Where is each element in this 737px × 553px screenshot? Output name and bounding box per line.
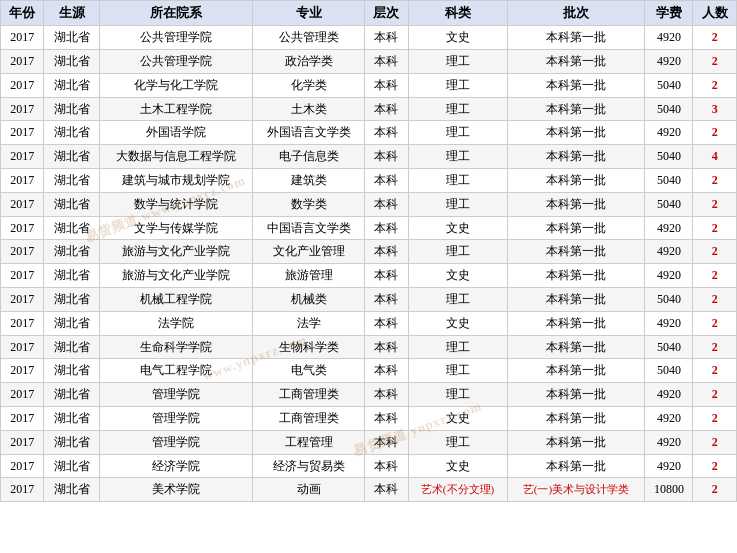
cell-year: 2017: [1, 383, 44, 407]
cell-count: 2: [693, 383, 737, 407]
cell-year: 2017: [1, 454, 44, 478]
table-row: 2017 湖北省 数学与统计学院 数学类 本科 理工 本科第一批 5040 2: [1, 192, 737, 216]
cell-year: 2017: [1, 192, 44, 216]
cell-level: 本科: [365, 287, 408, 311]
cell-major: 电子信息类: [253, 145, 365, 169]
cell-type: 理工: [408, 430, 507, 454]
cell-major: 动画: [253, 478, 365, 502]
cell-year: 2017: [1, 145, 44, 169]
cell-major: 工程管理: [253, 430, 365, 454]
cell-batch: 本科第一批: [507, 264, 645, 288]
cell-batch: 本科第一批: [507, 97, 645, 121]
cell-dept: 大数据与信息工程学院: [99, 145, 253, 169]
cell-source: 湖北省: [44, 73, 99, 97]
cell-fee: 4920: [645, 121, 693, 145]
cell-major: 数学类: [253, 192, 365, 216]
cell-year: 2017: [1, 49, 44, 73]
cell-dept: 法学院: [99, 311, 253, 335]
cell-fee: 5040: [645, 168, 693, 192]
cell-type: 文史: [408, 406, 507, 430]
col-source: 生源: [44, 1, 99, 26]
cell-major: 工商管理类: [253, 383, 365, 407]
cell-fee: 4920: [645, 26, 693, 50]
cell-fee: 5040: [645, 287, 693, 311]
main-container: 易货频道 www.ynpxrz.com www.ynpxrz.com 易货频道 …: [0, 0, 737, 502]
cell-count: 2: [693, 192, 737, 216]
cell-major: 中国语言文学类: [253, 216, 365, 240]
cell-batch: 本科第一批: [507, 454, 645, 478]
cell-batch: 本科第一批: [507, 335, 645, 359]
cell-level: 本科: [365, 311, 408, 335]
cell-type: 文史: [408, 311, 507, 335]
cell-year: 2017: [1, 287, 44, 311]
col-fee: 学费: [645, 1, 693, 26]
cell-dept: 数学与统计学院: [99, 192, 253, 216]
cell-type: 理工: [408, 168, 507, 192]
cell-year: 2017: [1, 264, 44, 288]
table-row: 2017 湖北省 化学与化工学院 化学类 本科 理工 本科第一批 5040 2: [1, 73, 737, 97]
cell-count: 4: [693, 145, 737, 169]
cell-year: 2017: [1, 73, 44, 97]
table-row: 2017 湖北省 管理学院 工程管理 本科 理工 本科第一批 4920 2: [1, 430, 737, 454]
cell-source: 湖北省: [44, 430, 99, 454]
cell-source: 湖北省: [44, 406, 99, 430]
table-row: 2017 湖北省 公共管理学院 政治学类 本科 理工 本科第一批 4920 2: [1, 49, 737, 73]
cell-source: 湖北省: [44, 97, 99, 121]
cell-batch: 本科第一批: [507, 240, 645, 264]
cell-source: 湖北省: [44, 359, 99, 383]
cell-type: 文史: [408, 264, 507, 288]
table-row: 2017 湖北省 美术学院 动画 本科 艺术(不分文理) 艺(一)美术与设计学类…: [1, 478, 737, 502]
table-row: 2017 湖北省 公共管理学院 公共管理类 本科 文史 本科第一批 4920 2: [1, 26, 737, 50]
cell-level: 本科: [365, 145, 408, 169]
cell-level: 本科: [365, 192, 408, 216]
col-batch: 批次: [507, 1, 645, 26]
cell-count: 2: [693, 406, 737, 430]
cell-count: 2: [693, 26, 737, 50]
cell-level: 本科: [365, 478, 408, 502]
cell-batch: 本科第一批: [507, 145, 645, 169]
cell-fee: 5040: [645, 73, 693, 97]
cell-level: 本科: [365, 73, 408, 97]
table-row: 2017 湖北省 管理学院 工商管理类 本科 文史 本科第一批 4920 2: [1, 406, 737, 430]
cell-source: 湖北省: [44, 287, 99, 311]
cell-batch: 本科第一批: [507, 406, 645, 430]
cell-dept: 美术学院: [99, 478, 253, 502]
cell-count: 2: [693, 454, 737, 478]
cell-source: 湖北省: [44, 216, 99, 240]
cell-major: 建筑类: [253, 168, 365, 192]
cell-source: 湖北省: [44, 478, 99, 502]
cell-year: 2017: [1, 26, 44, 50]
cell-source: 湖北省: [44, 454, 99, 478]
cell-type: 理工: [408, 240, 507, 264]
cell-level: 本科: [365, 168, 408, 192]
table-row: 2017 湖北省 法学院 法学 本科 文史 本科第一批 4920 2: [1, 311, 737, 335]
cell-fee: 4920: [645, 430, 693, 454]
cell-dept: 管理学院: [99, 430, 253, 454]
table-row: 2017 湖北省 经济学院 经济与贸易类 本科 文史 本科第一批 4920 2: [1, 454, 737, 478]
cell-dept: 旅游与文化产业学院: [99, 240, 253, 264]
cell-count: 2: [693, 287, 737, 311]
cell-source: 湖北省: [44, 192, 99, 216]
col-year: 年份: [1, 1, 44, 26]
table-row: 2017 湖北省 生命科学学院 生物科学类 本科 理工 本科第一批 5040 2: [1, 335, 737, 359]
cell-type: 理工: [408, 73, 507, 97]
cell-year: 2017: [1, 311, 44, 335]
cell-count: 2: [693, 168, 737, 192]
cell-fee: 5040: [645, 97, 693, 121]
cell-level: 本科: [365, 383, 408, 407]
cell-dept: 文学与传媒学院: [99, 216, 253, 240]
cell-count: 2: [693, 311, 737, 335]
cell-level: 本科: [365, 359, 408, 383]
cell-type: 文史: [408, 454, 507, 478]
cell-level: 本科: [365, 121, 408, 145]
table-row: 2017 湖北省 旅游与文化产业学院 旅游管理 本科 文史 本科第一批 4920…: [1, 264, 737, 288]
cell-batch: 本科第一批: [507, 287, 645, 311]
cell-count: 2: [693, 216, 737, 240]
table-row: 2017 湖北省 大数据与信息工程学院 电子信息类 本科 理工 本科第一批 50…: [1, 145, 737, 169]
cell-year: 2017: [1, 121, 44, 145]
cell-dept: 公共管理学院: [99, 49, 253, 73]
cell-major: 机械类: [253, 287, 365, 311]
cell-dept: 外国语学院: [99, 121, 253, 145]
cell-source: 湖北省: [44, 240, 99, 264]
col-level: 层次: [365, 1, 408, 26]
